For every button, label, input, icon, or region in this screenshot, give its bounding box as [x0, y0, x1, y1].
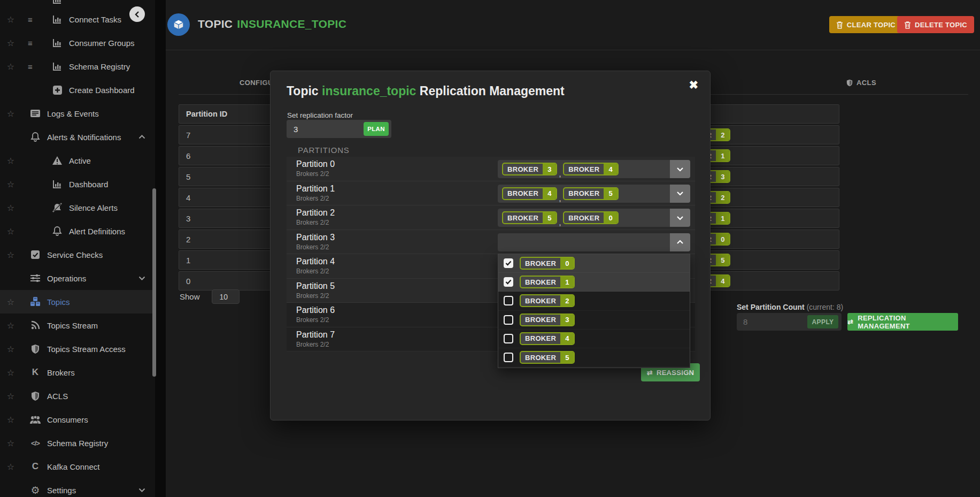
topic-name: INSURANCE_TOPIC — [237, 18, 346, 30]
star-icon[interactable]: ☆ — [5, 203, 16, 213]
sidebar-item-alert-definitions[interactable]: ☆ Alert Definitions — [0, 219, 155, 243]
broker-option[interactable]: BROKER3 — [498, 311, 690, 330]
chevron-up-icon[interactable] — [670, 233, 690, 251]
star-icon[interactable]: ☆ — [5, 438, 16, 448]
plan-button[interactable]: PLAN — [364, 122, 389, 136]
connect-letter-icon: C — [29, 461, 41, 472]
checkbox-icon[interactable] — [504, 315, 513, 325]
sidebar-item-settings[interactable]: ⚙ Settings — [0, 478, 155, 497]
chevron-down-icon — [138, 276, 145, 280]
sidebar-item-label: Operations — [47, 274, 86, 283]
partition-name: Partition 5 — [296, 281, 335, 291]
broker-word: BROKER — [503, 164, 543, 174]
checkbox-icon[interactable] — [504, 277, 513, 287]
sidebar-item-partial[interactable] — [0, 0, 155, 7]
reassign-label: REASSIGN — [657, 369, 694, 377]
partition-id-cell: 5 — [186, 172, 190, 181]
sidebar-item-dashboard[interactable]: ☆ Dashboard — [0, 172, 155, 196]
chart-icon — [51, 13, 63, 25]
checkbox-icon[interactable] — [504, 258, 513, 268]
tab-acls[interactable]: ACLS — [846, 79, 876, 87]
star-icon[interactable]: ☆ — [5, 109, 16, 119]
checkbox-icon[interactable] — [504, 353, 513, 362]
broker-select[interactable]: BROKER3 , BROKER4 — [498, 160, 690, 178]
sidebar-item-service-checks[interactable]: ☆ Service Checks — [0, 243, 155, 266]
replication-management-button[interactable]: ⇄ REPLICATION MANAGEMENT — [847, 313, 958, 331]
partition-row: Partition 0 Brokers 2/2 BROKER3 , BROKER… — [287, 157, 695, 181]
star-icon[interactable]: ☆ — [5, 156, 16, 166]
broker-select-open[interactable] — [498, 233, 690, 251]
sidebar-item-label: Brokers — [47, 368, 75, 377]
broker-option[interactable]: BROKER5 — [498, 348, 690, 367]
sidebar-item-consumer-groups[interactable]: ☆ ≡ Consumer Groups — [0, 31, 155, 55]
star-icon[interactable]: ☆ — [5, 297, 16, 307]
sidebar-item-silence-alerts[interactable]: ☆ Silence Alerts — [0, 196, 155, 219]
sidebar-item-topics-stream-access[interactable]: ☆ Topics Stream Access — [0, 337, 155, 361]
sidebar-item-operations[interactable]: Operations — [0, 266, 155, 290]
broker-dropdown: BROKER0 BROKER1 BROKER2 BROKER3 BROKER4 … — [498, 254, 690, 368]
cubes-icon — [29, 296, 41, 308]
page-title: TOPICINSURANCE_TOPIC — [198, 18, 346, 30]
broker-option[interactable]: BROKER4 — [498, 330, 690, 348]
star-icon[interactable]: ☆ — [5, 391, 16, 401]
sidebar-item-topics-stream[interactable]: ☆ Topics Stream — [0, 314, 155, 337]
star-icon[interactable]: ☆ — [5, 38, 16, 48]
broker-word: BROKER — [564, 188, 604, 199]
star-icon[interactable]: ☆ — [5, 462, 16, 472]
partition-id-header: Partition ID — [186, 110, 227, 118]
chevron-down-icon[interactable] — [670, 185, 690, 203]
sidebar-item-create-dashboard[interactable]: Create Dashboard — [0, 78, 155, 102]
broker-option[interactable]: BROKER0 — [498, 254, 690, 273]
sidebar-item-logs-events[interactable]: ☆ Logs & Events — [0, 102, 155, 125]
sidebar-item-topics[interactable]: ☆ Topics — [0, 290, 155, 314]
sidebar-item-schema-registry[interactable]: ☆ </> Schema Registry — [0, 431, 155, 455]
sidebar-item-kafka-connect[interactable]: ☆ C Kafka Connect — [0, 455, 155, 478]
chevron-down-icon[interactable] — [670, 160, 690, 178]
sidebar-item-active[interactable]: ☆ Active — [0, 149, 155, 172]
delete-topic-button[interactable]: DELETE TOPIC — [897, 16, 974, 33]
chevron-down-icon[interactable] — [670, 209, 690, 227]
partition-count-placeholder: 8 — [743, 317, 747, 326]
sidebar-scrollbar[interactable] — [152, 188, 156, 377]
checkbox-icon[interactable] — [504, 296, 513, 305]
star-icon[interactable]: ☆ — [5, 62, 16, 72]
star-icon[interactable]: ☆ — [5, 250, 16, 260]
star-icon[interactable]: ☆ — [5, 179, 16, 189]
sidebar-item-consumers[interactable]: ☆ Consumers — [0, 408, 155, 431]
kafka-letter-icon: K — [29, 366, 41, 378]
star-icon[interactable]: ☆ — [5, 415, 16, 425]
sidebar-item-label: Topics — [47, 297, 70, 307]
star-icon[interactable]: ☆ — [5, 320, 16, 331]
drag-handle-icon[interactable]: ≡ — [28, 62, 33, 71]
broker-select[interactable]: BROKER5 , BROKER0 — [498, 209, 690, 227]
sidebar-item-acls[interactable]: ☆ ACLS — [0, 384, 155, 408]
sidebar-item-label: Dashboard — [69, 180, 108, 189]
star-icon[interactable]: ☆ — [5, 368, 16, 378]
partition-count-input[interactable]: 8 APPLY — [737, 313, 842, 331]
checkbox-icon[interactable] — [504, 334, 513, 343]
sidebar-item-brokers[interactable]: ☆ K Brokers — [0, 361, 155, 384]
sidebar-item-schema-registry-dash[interactable]: ☆ ≡ Schema Registry — [0, 55, 155, 78]
broker-number: 5 — [604, 188, 617, 199]
broker-badge: BROKER4 — [563, 163, 618, 175]
drag-handle-icon[interactable]: ≡ — [28, 15, 33, 24]
sidebar-item-alerts-notifications[interactable]: Alerts & Notifications — [0, 125, 155, 149]
partition-id-cell: 3 — [186, 214, 190, 223]
show-count-select[interactable]: 10 — [212, 289, 240, 304]
broker-number: 3 — [543, 164, 556, 174]
star-icon[interactable]: ☆ — [5, 14, 16, 25]
sidebar-collapse-button[interactable] — [129, 6, 145, 22]
close-icon[interactable]: ✖ — [689, 79, 698, 91]
broker-option[interactable]: BROKER2 — [498, 292, 690, 310]
apply-button[interactable]: APPLY — [807, 315, 838, 328]
people-icon — [29, 414, 41, 425]
drag-handle-icon[interactable]: ≡ — [28, 39, 33, 48]
replication-factor-input[interactable]: 3 PLAN — [287, 120, 391, 138]
broker-select[interactable]: BROKER4 , BROKER5 — [498, 185, 690, 203]
star-icon[interactable]: ☆ — [5, 226, 16, 236]
star-icon[interactable]: ☆ — [5, 344, 16, 354]
sidebar-item-label: Consumer Groups — [69, 39, 135, 48]
partition-brokers-count: Brokers 2/2 — [296, 341, 329, 348]
clear-topic-button[interactable]: CLEAR TOPIC — [829, 16, 902, 33]
broker-option[interactable]: BROKER1 — [498, 273, 690, 292]
